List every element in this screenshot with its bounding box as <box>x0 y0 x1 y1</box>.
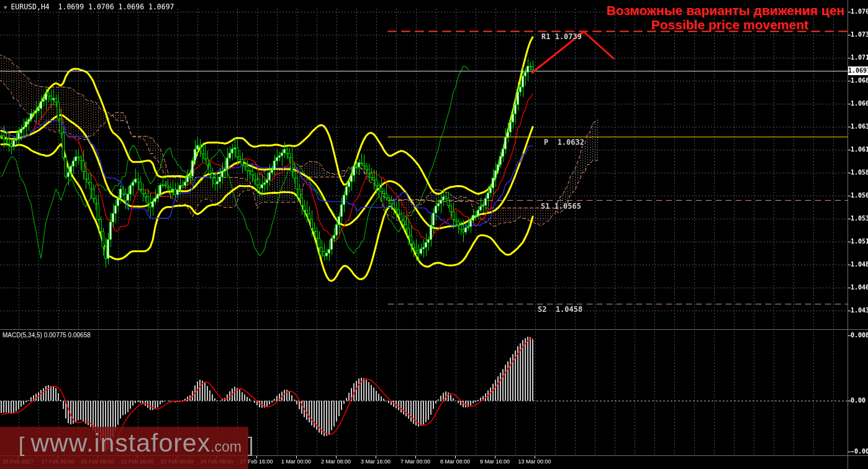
annotation-clip: Возможные варианты движения цен Possible… <box>0 0 848 469</box>
price-axis-label: 1.0635 <box>851 123 868 130</box>
macd-axis-label: 0.00 <box>851 397 866 404</box>
annotation-text-ru: Возможные варианты движения цен <box>607 3 844 18</box>
watermark: [www.instaforex.com] <box>12 429 260 458</box>
watermark-main-text: www.instaforex <box>30 429 210 458</box>
chart-dropdown-icon: ▼ <box>4 4 7 11</box>
price-axis-label: 1.0585 <box>851 169 868 176</box>
macd-axis-label: -0.0068 <box>851 448 868 455</box>
price-axis-label: 1.0685 <box>851 77 868 84</box>
chart-title: ▼EURUSD,H4 1.0699 1.0706 1.0696 1.0697 <box>4 2 174 11</box>
current-price-tag: 1.0697 <box>848 66 868 75</box>
watermark-dotcom: .com <box>210 439 242 455</box>
chart-window: ▼EURUSD,H4 1.0699 1.0706 1.0696 1.0697 В… <box>0 0 868 469</box>
price-axis-label: 1.0435 <box>851 307 868 314</box>
watermark-bracket-left: [ <box>12 432 30 457</box>
price-axis-label: 1.0510 <box>851 238 868 245</box>
ohlc-values: 1.0699 1.0706 1.0696 1.0697 <box>58 2 174 11</box>
pivot-label-p: P 1.0632 <box>544 138 584 147</box>
symbol-timeframe: EURUSD,H4 <box>11 2 49 11</box>
price-axis-label: 1.0460 <box>851 284 868 291</box>
price-axis-label: 1.0485 <box>851 261 868 268</box>
price-axis-label: 1.0560 <box>851 192 868 199</box>
watermark-bracket-right: ] <box>242 432 260 457</box>
annotation-text-en: Possible price movement <box>651 17 808 32</box>
price-axis-label: 1.0660 <box>851 100 868 107</box>
price-axis-label: 1.0610 <box>851 146 868 153</box>
price-axis-label: 1.0735 <box>851 31 868 38</box>
pivot-label-r1: R1 1.0739 <box>541 32 582 41</box>
price-axis-label: 1.0710 <box>851 54 868 61</box>
pivot-label-s1: S1 1.0565 <box>541 202 581 211</box>
macd-indicator-label: MACD(5,34,5) 0.00775 0.00658 <box>2 332 91 339</box>
price-axis-label: 1.0535 <box>851 215 868 222</box>
macd-axis-label: 0.00844 <box>851 332 868 339</box>
price-axis-label: 1.0760 <box>851 8 868 15</box>
pivot-label-s2: S2 1.0458 <box>538 305 582 314</box>
